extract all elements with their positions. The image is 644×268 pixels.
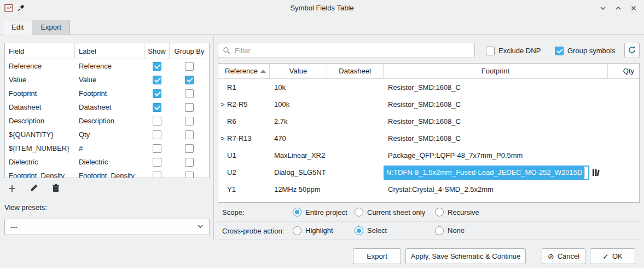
show-checkbox[interactable] (153, 89, 161, 98)
sort-ascending-icon (260, 70, 266, 73)
show-checkbox[interactable] (153, 144, 161, 153)
footprint-cell: N:TDFN-8_1.5x2mm_Fused-Lead_JEDEC_MO-252… (384, 166, 608, 180)
field-name-cell: Footprint (5, 89, 75, 98)
scope-option-recursive[interactable]: Recursive (435, 208, 479, 216)
delete-field-button[interactable] (48, 181, 63, 196)
value-cell: 12MHz 50ppm (270, 185, 327, 193)
field-name-cell: Reference (5, 62, 75, 70)
filter-input[interactable] (218, 43, 475, 58)
add-field-button[interactable] (4, 181, 20, 196)
field-label-cell: Dielectric (75, 158, 144, 166)
footprint-cell: Package_QFP:LQFP-48_7x7mm_P0.5mm (384, 151, 608, 159)
table-row[interactable]: >R2-R5100kResistor_SMD:1608_C (218, 96, 639, 113)
library-browser-icon[interactable] (592, 168, 600, 177)
tab-export[interactable]: Export (32, 20, 70, 35)
scope-option-entire-project[interactable]: Entire project (293, 208, 347, 216)
trash-icon (52, 184, 60, 194)
fields-table-body: ReferenceReferenceValueValueFootprintFoo… (5, 59, 209, 178)
table-row[interactable]: U1MaxLinear_XR2Package_QFP:LQFP-48_7x7mm… (218, 147, 639, 164)
table-row[interactable]: U2Dialog_SLG5NTN:TDFN-8_1.5x2mm_Fused-Le… (218, 164, 639, 181)
groupby-checkbox[interactable] (185, 130, 194, 139)
radio-icon (293, 226, 301, 235)
symbols-header-footprint[interactable]: Footprint (384, 64, 608, 78)
table-row[interactable]: >R7-R13470Resistor_SMD:1608_C (218, 130, 639, 147)
table-row[interactable]: ReferenceReference (5, 59, 209, 73)
ok-button[interactable]: ✓ OK (590, 248, 635, 264)
symbols-header-reference[interactable]: Reference (218, 64, 270, 78)
reference-cell: R1 (218, 83, 270, 92)
table-row[interactable]: DatasheetDatasheet (5, 100, 209, 114)
fields-header-label[interactable]: Label (75, 43, 144, 59)
table-row[interactable]: R110kResistor_SMD:1608_C (218, 79, 639, 96)
field-label-cell: Reference (75, 62, 144, 70)
reference-cell: >R2-R5 (218, 100, 270, 109)
header-reference-label: Reference (225, 67, 258, 75)
field-name-cell: ${QUANTITY} (5, 130, 75, 139)
cross-probe-option-none[interactable]: None (435, 226, 465, 235)
table-row[interactable]: DielectricDielectric (5, 155, 209, 169)
maximize-icon[interactable] (613, 3, 623, 13)
field-show-cell (144, 89, 170, 98)
groupby-checkbox[interactable] (185, 172, 194, 179)
table-row[interactable]: DescriptionDescription (5, 114, 209, 128)
close-icon[interactable] (629, 3, 639, 13)
value-cell: 470 (270, 134, 327, 142)
show-checkbox[interactable] (153, 117, 161, 126)
refresh-button[interactable] (624, 43, 640, 58)
field-groupby-cell (170, 158, 209, 167)
field-groupby-cell (170, 172, 209, 179)
footprint-editor[interactable]: N:TDFN-8_1.5x2mm_Fused-Lead_JEDEC_MO-252… (384, 166, 589, 180)
symbols-header-datasheet[interactable]: Datasheet (327, 64, 384, 78)
fields-header-groupby[interactable]: Group By (170, 43, 209, 59)
show-checkbox[interactable] (153, 172, 161, 179)
show-checkbox[interactable] (153, 76, 161, 84)
radio-icon (293, 208, 301, 216)
expand-arrow-icon[interactable]: > (221, 100, 227, 109)
radio-label: Highlight (305, 226, 333, 235)
fields-header-show[interactable]: Show (144, 43, 170, 59)
show-checkbox[interactable] (153, 130, 161, 139)
shade-icon[interactable] (598, 3, 608, 13)
table-row[interactable]: Y112MHz 50ppmCrystal:Crystal_4-SMD_2.5x2… (218, 181, 639, 198)
show-checkbox[interactable] (153, 103, 161, 112)
expand-arrow-icon[interactable]: > (221, 134, 227, 142)
field-groupby-cell (170, 130, 209, 139)
edit-field-button[interactable] (26, 181, 42, 196)
apply-save-continue-button[interactable]: Apply, Save Schematic & Continue (405, 248, 526, 264)
tab-edit[interactable]: Edit (3, 20, 32, 35)
panel-splitter[interactable] (213, 36, 214, 240)
symbols-header-value[interactable]: Value (270, 64, 327, 78)
scope-option-current-sheet-only[interactable]: Current sheet only (355, 208, 425, 216)
groupby-checkbox[interactable] (185, 117, 194, 126)
table-row[interactable]: FootprintFootprint (5, 87, 209, 100)
cross-probe-option-highlight[interactable]: Highlight (293, 226, 333, 235)
cancel-button[interactable]: ⊘ Cancel (542, 248, 585, 264)
symbols-header-qty[interactable]: Qty (608, 64, 639, 78)
group-symbols-checkbox[interactable]: Group symbols (555, 46, 615, 55)
radio-icon (355, 208, 363, 216)
table-row[interactable]: ValueValue (5, 73, 209, 87)
table-row[interactable]: ${QUANTITY}Qty (5, 128, 209, 141)
groupby-checkbox[interactable] (185, 144, 194, 153)
table-row[interactable]: R62.7kResistor_SMD:1608_C (218, 113, 639, 130)
table-row[interactable]: Footprint_DensityFootprint_Density (5, 169, 209, 178)
exclude-dnp-checkbox[interactable]: Exclude DNP (486, 46, 541, 55)
symbols-table-header: Reference Value Datasheet Footprint Qty (218, 64, 639, 79)
footprint-cell: Resistor_SMD:1608_C (384, 83, 608, 92)
fields-header-field[interactable]: Field (5, 43, 75, 59)
reference-cell: U1 (218, 151, 270, 159)
table-row[interactable]: ${ITEM_NUMBER}# (5, 141, 209, 155)
view-presets-select[interactable]: --- (4, 219, 210, 235)
show-checkbox[interactable] (153, 62, 161, 71)
groupby-checkbox[interactable] (185, 76, 194, 84)
groupby-checkbox[interactable] (185, 62, 194, 71)
groupby-checkbox[interactable] (185, 89, 194, 98)
show-checkbox[interactable] (153, 158, 161, 167)
groupby-checkbox[interactable] (185, 103, 194, 112)
symbols-table-body: R110kResistor_SMD:1608_C>R2-R5100kResist… (218, 79, 639, 198)
export-button[interactable]: Export (353, 248, 401, 264)
reference-cell: >R7-R13 (218, 134, 270, 142)
symbols-table: Reference Value Datasheet Footprint Qty … (218, 63, 640, 203)
groupby-checkbox[interactable] (185, 158, 194, 167)
cross-probe-option-select[interactable]: Select (355, 226, 387, 235)
